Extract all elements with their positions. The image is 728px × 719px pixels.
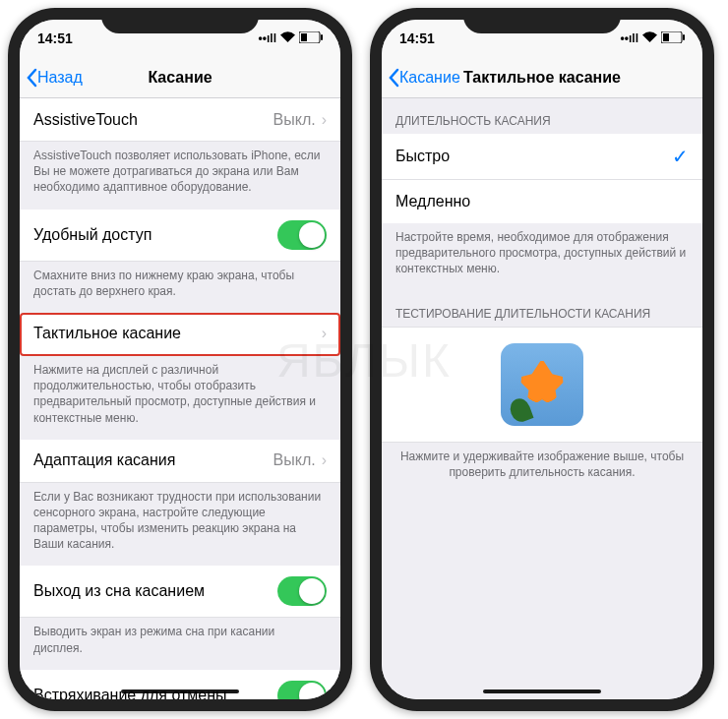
chevron-right-icon: › (322, 451, 327, 469)
setting-footer: Нажмите на дисплей с различной продолжит… (20, 356, 340, 440)
wifi-icon (642, 31, 657, 45)
setting-row-4[interactable]: Выход из сна касанием (20, 566, 340, 618)
toggle-switch[interactable] (277, 681, 327, 699)
setting-label: Удобный доступ (33, 226, 152, 244)
setting-value: Выкл.› (273, 111, 327, 129)
checkmark-icon: ✓ (672, 145, 689, 168)
setting-footer: AssistiveTouch позволяет использовать iP… (20, 142, 340, 210)
status-icons: ••ıll (621, 31, 685, 46)
signal-icon: ••ıll (259, 31, 276, 45)
screen-right: 14:51 ••ıll Касание Тактильное касание (382, 20, 702, 699)
nav-bar: Касание Тактильное касание (382, 57, 702, 98)
phone-right: 14:51 ••ıll Касание Тактильное касание (370, 8, 714, 711)
setting-value: Выкл.› (273, 451, 327, 469)
status-icons: ••ıll (259, 31, 323, 46)
section-header-test: ТЕСТИРОВАНИЕ ДЛИТЕЛЬНОСТИ КАСАНИЯ (382, 291, 702, 327)
battery-icon (299, 31, 323, 46)
test-touch-area[interactable] (382, 328, 702, 442)
notch (463, 8, 621, 33)
setting-label: AssistiveTouch (33, 111, 138, 129)
status-time: 14:51 (37, 30, 73, 46)
screen-left: 14:51 ••ıll Назад Касание As (20, 20, 340, 699)
home-indicator[interactable] (483, 689, 601, 693)
duration-option-0[interactable]: Быстро✓ (382, 134, 702, 180)
svg-rect-4 (683, 34, 685, 40)
toggle-switch[interactable] (277, 576, 327, 606)
signal-icon: ••ıll (621, 31, 638, 45)
setting-footer: Если у Вас возникают трудности при испол… (20, 483, 340, 567)
phone-left: 14:51 ••ıll Назад Касание As (8, 8, 352, 711)
setting-row-1[interactable]: Удобный доступ (20, 210, 340, 262)
status-time: 14:51 (399, 30, 435, 46)
chevron-right-icon: › (322, 111, 327, 129)
nav-bar: Назад Касание (20, 57, 340, 98)
svg-rect-2 (301, 33, 307, 41)
setting-footer: Выводить экран из режима сна при касании… (20, 618, 340, 669)
svg-rect-5 (663, 33, 669, 41)
setting-label: Адаптация касания (33, 451, 175, 469)
wifi-icon (280, 31, 295, 45)
section-footer-test: Нажмите и удерживайте изображение выше, … (382, 443, 702, 494)
settings-list[interactable]: AssistiveTouchВыкл.›AssistiveTouch позво… (20, 98, 340, 699)
setting-row-0[interactable]: AssistiveTouchВыкл.› (20, 98, 340, 142)
setting-row-5[interactable]: Встряхивание для отмены (20, 670, 340, 699)
toggle-switch[interactable] (277, 220, 327, 250)
toggle-knob (299, 578, 325, 604)
back-label: Назад (37, 69, 83, 87)
toggle-knob (299, 222, 325, 248)
back-button[interactable]: Касание (382, 68, 460, 88)
setting-label: Выход из сна касанием (33, 582, 205, 600)
test-image[interactable] (501, 343, 583, 426)
toggle-knob (299, 683, 325, 699)
option-label: Медленно (395, 193, 470, 210)
home-indicator[interactable] (121, 689, 239, 693)
setting-footer: Смахните вниз по нижнему краю экрана, чт… (20, 262, 340, 313)
settings-list[interactable]: ДЛИТЕЛЬНОСТЬ КАСАНИЯ Быстро✓Медленно Нас… (382, 98, 702, 699)
notch (101, 8, 259, 33)
section-header-duration: ДЛИТЕЛЬНОСТЬ КАСАНИЯ (382, 98, 702, 134)
setting-value: › (322, 325, 327, 342)
chevron-left-icon (388, 68, 399, 88)
chevron-right-icon: › (322, 325, 327, 342)
setting-row-2[interactable]: Тактильное касание› (20, 313, 340, 356)
chevron-left-icon (26, 68, 37, 88)
option-label: Быстро (395, 148, 450, 165)
back-label: Касание (399, 69, 460, 87)
section-footer-duration: Настройте время, необходимое для отображ… (382, 223, 702, 291)
battery-icon (661, 31, 685, 46)
back-button[interactable]: Назад (20, 68, 83, 88)
phone-pair: 14:51 ••ıll Назад Касание As (0, 0, 728, 719)
svg-rect-1 (321, 34, 323, 40)
duration-option-1[interactable]: Медленно (382, 180, 702, 223)
setting-label: Тактильное касание (33, 325, 181, 342)
setting-row-3[interactable]: Адаптация касанияВыкл.› (20, 440, 340, 483)
